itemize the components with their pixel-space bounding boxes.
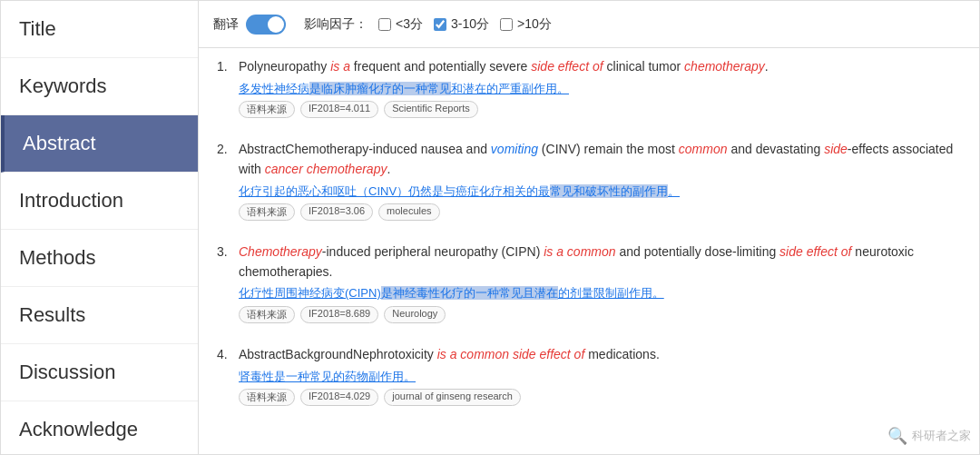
sidebar-item-title[interactable]: Title (1, 1, 198, 58)
result-cn-2: 化疗性周围神经病变(CIPN)是神经毒性化疗的一种常见且潜在的剂量限制副作用。 (239, 284, 961, 302)
filter-checkbox-2[interactable] (500, 18, 513, 31)
result-number-3: 4. (217, 347, 235, 361)
sidebar-item-label: Keywords (19, 74, 107, 98)
sidebar-item-results[interactable]: Results (1, 287, 198, 344)
impact-section: 影响因子： <3分3-10分>10分 (304, 16, 552, 33)
impact-label: 影响因子： (304, 16, 368, 33)
result-en-3: AbstractBackgroundNephrotoxicity is a co… (239, 345, 961, 365)
result-body-3: AbstractBackgroundNephrotoxicity is a co… (239, 345, 961, 406)
result-cn-3: 肾毒性是一种常见的药物副作用。 (239, 368, 961, 386)
results-list: 1.Polyneuropathy is a frequent and poten… (199, 48, 979, 454)
result-en-0: Polyneuropathy is a frequent and potenti… (239, 57, 961, 77)
sidebar-item-label: Discussion (19, 361, 115, 384)
filter-group-1: 3-10分 (434, 16, 489, 33)
tag-2-2: Neurology (384, 306, 446, 323)
translate-section: 翻译 (213, 15, 286, 35)
sidebar-item-methods[interactable]: Methods (1, 230, 198, 287)
result-tags-3: 语料来源IF2018=4.029journal of ginseng resea… (239, 389, 961, 406)
sidebar-item-keywords[interactable]: Keywords (1, 58, 198, 115)
sidebar-item-introduction[interactable]: Introduction (1, 173, 198, 230)
translate-toggle[interactable] (246, 15, 286, 35)
main-container: TitleKeywordsAbstractIntroductionMethods… (0, 0, 980, 455)
result-row-2: 3.Chemotherapy-induced peripheral neurop… (217, 242, 961, 323)
result-cn-0: 多发性神经病是临床肿瘤化疗的一种常见和潜在的严重副作用。 (239, 80, 961, 98)
watermark-icon: 🔍 (887, 426, 907, 446)
watermark-text: 科研者之家 (912, 428, 971, 444)
tag-1-0: 语料来源 (239, 203, 295, 221)
sidebar-item-label: Acknowledge (19, 418, 138, 441)
sidebar-item-label: Introduction (19, 189, 123, 213)
filter-label-0: <3分 (396, 16, 423, 33)
filter-checkbox-0[interactable] (378, 18, 391, 31)
tag-1-1: IF2018=3.06 (300, 203, 373, 221)
result-row-3: 4.AbstractBackgroundNephrotoxicity is a … (217, 345, 961, 406)
tag-0-2: Scientific Reports (384, 101, 478, 118)
tag-2-1: IF2018=8.689 (300, 306, 378, 323)
filter-label-1: 3-10分 (451, 16, 489, 33)
content-area: 翻译 影响因子： <3分3-10分>10分 1.Polyneuropathy i… (199, 1, 979, 454)
tag-2-0: 语料来源 (239, 306, 295, 323)
toolbar: 翻译 影响因子： <3分3-10分>10分 (199, 1, 979, 48)
result-body-1: AbstractChemotherapy-induced nausea and … (239, 140, 961, 221)
result-body-2: Chemotherapy-induced peripheral neuropat… (239, 242, 961, 323)
result-number-1: 2. (217, 142, 235, 156)
filter-group-0: <3分 (378, 16, 423, 33)
tag-3-1: IF2018=4.029 (300, 389, 378, 406)
filter-group-2: >10分 (500, 16, 552, 33)
watermark: 🔍 科研者之家 (887, 426, 971, 446)
result-item-0: 1.Polyneuropathy is a frequent and poten… (217, 57, 961, 125)
sidebar-item-label: Title (19, 17, 56, 41)
tag-0-0: 语料来源 (239, 101, 295, 118)
tag-3-2: journal of ginseng research (384, 389, 521, 406)
result-item-1: 2.AbstractChemotherapy-induced nausea an… (217, 140, 961, 228)
sidebar-item-label: Methods (19, 246, 95, 270)
tag-1-2: molecules (378, 203, 440, 221)
tag-0-1: IF2018=4.011 (300, 101, 378, 118)
filter-checkbox-1[interactable] (434, 18, 446, 31)
sidebar-item-discussion[interactable]: Discussion (1, 344, 198, 401)
translate-label: 翻译 (213, 16, 239, 33)
result-row-0: 1.Polyneuropathy is a frequent and poten… (217, 57, 961, 118)
sidebar-item-label: Results (19, 303, 85, 327)
result-number-0: 1. (217, 59, 235, 74)
result-number-2: 3. (217, 244, 235, 259)
result-tags-2: 语料来源IF2018=8.689Neurology (239, 306, 961, 323)
result-cn-1: 化疗引起的恶心和呕吐（CINV）仍然是与癌症化疗相关的最常见和破坏性的副作用。 (239, 183, 961, 201)
sidebar: TitleKeywordsAbstractIntroductionMethods… (1, 1, 199, 454)
result-item-3: 4.AbstractBackgroundNephrotoxicity is a … (217, 345, 961, 413)
result-item-2: 3.Chemotherapy-induced peripheral neurop… (217, 242, 961, 331)
sidebar-item-abstract[interactable]: Abstract (1, 115, 198, 173)
result-row-1: 2.AbstractChemotherapy-induced nausea an… (217, 140, 961, 221)
result-en-2: Chemotherapy-induced peripheral neuropat… (239, 242, 961, 282)
result-en-1: AbstractChemotherapy-induced nausea and … (239, 140, 961, 179)
result-tags-1: 语料来源IF2018=3.06molecules (239, 203, 961, 221)
sidebar-item-acknowledge[interactable]: Acknowledge (1, 401, 198, 455)
tag-3-0: 语料来源 (239, 389, 295, 406)
result-tags-0: 语料来源IF2018=4.011Scientific Reports (239, 101, 961, 118)
result-body-0: Polyneuropathy is a frequent and potenti… (239, 57, 961, 118)
sidebar-item-label: Abstract (23, 132, 96, 155)
filter-label-2: >10分 (517, 16, 552, 33)
